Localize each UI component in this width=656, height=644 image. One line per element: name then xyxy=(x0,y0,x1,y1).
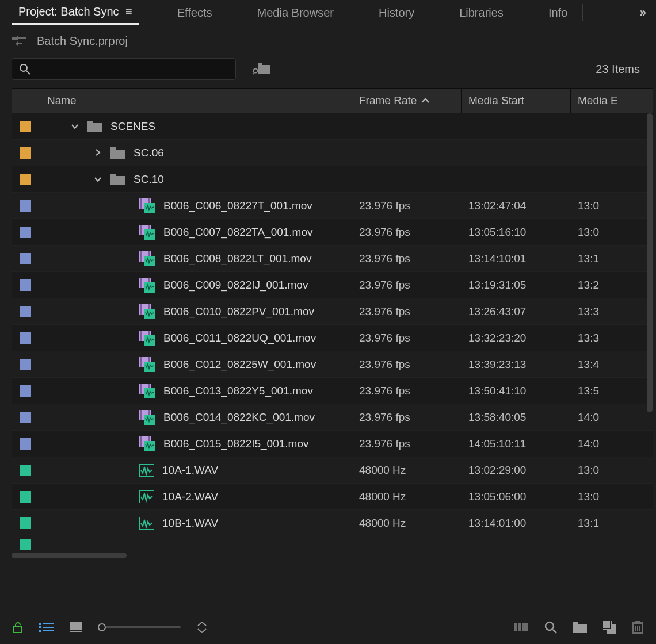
bin-icon xyxy=(110,147,125,159)
table-row[interactable]: SC.10 xyxy=(12,166,653,193)
label-chip[interactable] xyxy=(20,306,31,317)
label-chip[interactable] xyxy=(20,465,31,476)
horizontal-scrollbar[interactable] xyxy=(12,553,127,558)
media-end-cell: 13:1 xyxy=(571,517,628,530)
media-start-cell: 13:32:23:20 xyxy=(462,332,571,344)
col-media-start-header[interactable]: Media Start xyxy=(462,89,571,113)
overflow-icon[interactable]: ›› xyxy=(639,5,644,20)
tab-libraries[interactable]: Libraries xyxy=(452,2,510,24)
zoom-slider[interactable] xyxy=(98,623,181,631)
svg-rect-61 xyxy=(39,626,41,628)
table-row[interactable]: B006_C007_0822TA_001.mov23.976 fps13:05:… xyxy=(12,219,653,246)
table-row[interactable]: B006_C011_0822UQ_001.mov23.976 fps13:32:… xyxy=(12,325,653,351)
svg-rect-32 xyxy=(140,304,142,315)
label-chip[interactable] xyxy=(20,200,31,212)
label-chip[interactable] xyxy=(20,121,31,132)
col-media-end-header[interactable]: Media E xyxy=(571,89,628,113)
table-row[interactable] xyxy=(12,536,653,550)
item-name: B006_C014_0822KC_001.mov xyxy=(163,411,315,424)
nav-up-icon[interactable] xyxy=(12,36,25,47)
label-chip[interactable] xyxy=(20,279,31,291)
video-clip-icon xyxy=(139,225,155,240)
chevron-down-icon[interactable] xyxy=(93,174,102,185)
audio-clip-icon xyxy=(139,464,154,477)
icon-view-icon[interactable] xyxy=(70,622,82,632)
label-chip[interactable] xyxy=(20,412,31,423)
search-input[interactable] xyxy=(12,58,236,80)
freeform-view-icon[interactable] xyxy=(514,622,528,632)
name-cell: SC.06 xyxy=(37,147,352,159)
table-row[interactable]: B006_C012_08225W_001.mov23.976 fps13:39:… xyxy=(12,351,653,378)
frame-rate-cell: 23.976 fps xyxy=(352,305,462,318)
table-row[interactable]: B006_C008_0822LT_001.mov23.976 fps13:14:… xyxy=(12,246,653,272)
table-row[interactable]: B006_C013_0822Y5_001.mov23.976 fps13:50:… xyxy=(12,378,653,404)
new-bin-icon[interactable] xyxy=(573,622,587,633)
svg-rect-48 xyxy=(140,410,142,420)
search-bin-icon[interactable] xyxy=(253,63,270,75)
svg-rect-16 xyxy=(140,198,142,209)
svg-rect-52 xyxy=(140,436,142,447)
label-chip[interactable] xyxy=(20,253,31,264)
label-chip[interactable] xyxy=(20,491,31,503)
table-row[interactable]: SCENES xyxy=(12,113,653,140)
label-chip[interactable] xyxy=(20,174,31,185)
svg-rect-44 xyxy=(140,384,142,394)
lock-icon[interactable] xyxy=(13,622,23,633)
item-name: B006_C013_0822Y5_001.mov xyxy=(163,385,313,397)
table-row[interactable]: B006_C009_0822IJ_001.mov23.976 fps13:19:… xyxy=(12,272,653,298)
new-item-icon[interactable] xyxy=(603,621,616,634)
horizontal-scrollbar-track[interactable] xyxy=(12,553,644,561)
media-start-cell: 13:02:29:00 xyxy=(462,464,571,477)
delete-icon[interactable] xyxy=(632,621,643,634)
table-row[interactable]: B006_C014_0822KC_001.mov23.976 fps13:58:… xyxy=(12,404,653,431)
find-icon[interactable] xyxy=(544,621,557,634)
table-row[interactable]: 10A-2.WAV48000 Hz13:05:06:0013:0 xyxy=(12,484,653,510)
chevron-down-icon[interactable] xyxy=(70,121,79,132)
tab-media-browser[interactable]: Media Browser xyxy=(250,2,341,24)
label-chip[interactable] xyxy=(20,385,31,397)
project-table: Name Frame Rate Media Start Media E SCEN… xyxy=(12,88,653,550)
table-row[interactable]: 10A-1.WAV48000 Hz13:02:29:0013:0 xyxy=(12,457,653,484)
video-clip-icon xyxy=(139,436,155,451)
label-chip[interactable] xyxy=(20,227,31,238)
video-clip-icon xyxy=(139,198,155,213)
svg-rect-24 xyxy=(140,251,142,262)
svg-rect-58 xyxy=(14,627,22,632)
media-start-cell: 13:26:43:07 xyxy=(462,305,571,318)
item-name: B006_C006_08227T_001.mov xyxy=(163,200,312,212)
label-chip[interactable] xyxy=(20,518,31,529)
tab-project[interactable]: Project: Batch Sync ≡ xyxy=(12,1,139,25)
label-chip[interactable] xyxy=(20,539,31,551)
tab-history[interactable]: History xyxy=(372,2,421,24)
label-chip[interactable] xyxy=(20,438,31,450)
table-row[interactable]: B006_C006_08227T_001.mov23.976 fps13:02:… xyxy=(12,193,653,219)
svg-rect-5 xyxy=(258,65,270,74)
label-chip[interactable] xyxy=(20,147,31,159)
label-chip[interactable] xyxy=(20,332,31,344)
tab-info[interactable]: Info xyxy=(541,2,574,24)
svg-rect-72 xyxy=(573,624,587,633)
item-name: SCENES xyxy=(110,120,155,133)
panel-menu-icon[interactable]: ≡ xyxy=(125,5,132,18)
table-row[interactable]: SC.06 xyxy=(12,140,653,166)
item-name: B006_C012_08225W_001.mov xyxy=(163,358,316,371)
sort-icon[interactable] xyxy=(197,622,207,633)
vertical-scrollbar[interactable] xyxy=(647,113,653,412)
table-row[interactable]: 10B-1.WAV48000 Hz13:14:01:0013:1 xyxy=(12,510,653,536)
tab-effects[interactable]: Effects xyxy=(170,2,219,24)
label-chip[interactable] xyxy=(20,359,31,370)
chevron-right-icon[interactable] xyxy=(93,148,102,158)
search-text[interactable] xyxy=(36,64,228,74)
col-name-header[interactable]: Name xyxy=(41,89,352,113)
media-start-cell: 13:14:10:01 xyxy=(462,252,571,265)
zoom-knob[interactable] xyxy=(98,623,106,631)
svg-rect-60 xyxy=(43,623,54,624)
table-row[interactable]: B006_C015_0822I5_001.mov23.976 fps14:05:… xyxy=(12,431,653,457)
list-view-icon[interactable] xyxy=(39,622,54,632)
table-row[interactable]: B006_C010_0822PV_001.mov23.976 fps13:26:… xyxy=(12,298,653,325)
media-end-cell: 14:0 xyxy=(571,438,628,450)
col-frame-rate-header[interactable]: Frame Rate xyxy=(352,89,462,113)
media-start-cell: 13:50:41:10 xyxy=(462,385,571,397)
zoom-track xyxy=(106,626,181,628)
item-name: SC.06 xyxy=(134,147,164,159)
